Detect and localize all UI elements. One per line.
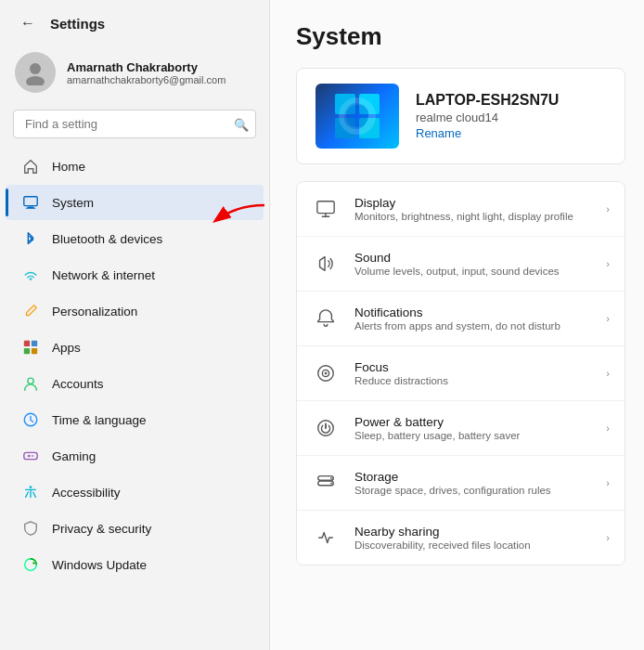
- sidebar-item-privacy[interactable]: Privacy & security: [6, 511, 264, 546]
- settings-item-storage[interactable]: StorageStorage space, drives, configurat…: [297, 456, 625, 511]
- settings-item-desc-storage: Storage space, drives, configuration rul…: [354, 485, 591, 496]
- sidebar-item-system[interactable]: System: [6, 185, 264, 220]
- profile-name: Amarnath Chakraborty: [67, 60, 225, 74]
- sidebar-item-bluetooth[interactable]: Bluetooth & devices: [6, 221, 264, 256]
- settings-item-title-display: Display: [354, 196, 591, 210]
- profile-info: Amarnath Chakraborty amarnathchakraborty…: [67, 60, 225, 85]
- device-name: LAPTOP-ESH2SN7U: [416, 92, 559, 109]
- sidebar-header: ← Settings: [0, 0, 269, 43]
- sidebar-item-windows_update[interactable]: Windows Update: [6, 547, 264, 582]
- sidebar-item-network[interactable]: Network & internet: [6, 257, 264, 292]
- profile-section: Amarnath Chakraborty amarnathchakraborty…: [0, 43, 269, 106]
- svg-rect-11: [24, 452, 37, 459]
- sidebar-item-apps[interactable]: Apps: [6, 330, 264, 365]
- device-model: realme cloud14: [416, 110, 559, 124]
- back-button[interactable]: ←: [15, 13, 41, 33]
- sidebar-item-label-personalization: Personalization: [52, 305, 137, 318]
- nearby-icon: [312, 524, 340, 552]
- sidebar-item-time[interactable]: Time & language: [6, 402, 264, 437]
- display-icon: [312, 195, 340, 223]
- sidebar-item-label-system: System: [52, 196, 94, 210]
- chevron-right-icon: ›: [606, 532, 610, 543]
- settings-item-desc-nearby: Discoverability, received files location: [354, 540, 591, 551]
- sidebar-item-home[interactable]: Home: [6, 149, 264, 184]
- svg-rect-4: [26, 208, 36, 209]
- settings-item-display[interactable]: DisplayMonitors, brightness, night light…: [297, 182, 625, 237]
- sidebar-item-accessibility[interactable]: Accessibility: [6, 474, 264, 510]
- settings-item-desc-focus: Reduce distractions: [354, 375, 591, 386]
- svg-point-0: [30, 63, 41, 74]
- network-icon: [20, 265, 41, 285]
- system-icon: [20, 192, 41, 213]
- focus-icon: [312, 359, 340, 387]
- device-card: LAPTOP-ESH2SN7U realme cloud14 Rename: [296, 68, 625, 164]
- settings-item-title-power: Power & battery: [354, 415, 591, 429]
- sidebar-item-label-apps: Apps: [52, 341, 81, 355]
- settings-item-desc-sound: Volume levels, output, input, sound devi…: [354, 266, 591, 277]
- privacy-icon: [20, 518, 41, 539]
- svg-rect-7: [24, 348, 30, 354]
- profile-email: amarnathchakraborty6@gmail.com: [67, 74, 225, 85]
- settings-item-title-focus: Focus: [354, 360, 591, 374]
- device-thumbnail: [316, 84, 399, 149]
- sidebar-item-personalization[interactable]: Personalization: [6, 293, 264, 329]
- settings-item-title-sound: Sound: [354, 251, 591, 265]
- settings-list: DisplayMonitors, brightness, night light…: [296, 181, 625, 566]
- sidebar-item-accounts[interactable]: Accounts: [6, 366, 264, 401]
- settings-item-text-storage: StorageStorage space, drives, configurat…: [354, 470, 591, 496]
- sidebar-item-label-accessibility: Accessibility: [52, 486, 121, 500]
- chevron-right-icon: ›: [606, 313, 610, 324]
- chevron-right-icon: ›: [606, 368, 610, 379]
- settings-item-text-notifications: NotificationsAlerts from apps and system…: [354, 306, 591, 332]
- settings-item-notifications[interactable]: NotificationsAlerts from apps and system…: [297, 292, 625, 346]
- sidebar-item-gaming[interactable]: Gaming: [6, 438, 264, 474]
- home-icon: [20, 156, 41, 176]
- settings-item-title-nearby: Nearby sharing: [354, 525, 591, 539]
- accounts-icon: [20, 373, 41, 394]
- chevron-right-icon: ›: [606, 422, 610, 434]
- settings-item-text-sound: SoundVolume levels, output, input, sound…: [354, 251, 591, 277]
- device-info: LAPTOP-ESH2SN7U realme cloud14 Rename: [416, 92, 559, 140]
- windows_update-icon: [20, 554, 41, 575]
- gaming-icon: [20, 446, 41, 466]
- search-box: 🔍: [13, 110, 256, 138]
- settings-item-focus[interactable]: FocusReduce distractions›: [297, 346, 625, 401]
- svg-point-28: [330, 477, 332, 479]
- svg-rect-8: [32, 348, 37, 354]
- svg-point-12: [30, 486, 32, 488]
- chevron-right-icon: ›: [606, 477, 610, 488]
- chevron-right-icon: ›: [606, 203, 610, 214]
- settings-item-text-power: Power & batterySleep, battery usage, bat…: [354, 415, 591, 441]
- sidebar-item-label-privacy: Privacy & security: [52, 522, 151, 536]
- search-input[interactable]: [13, 110, 256, 138]
- settings-item-sound[interactable]: SoundVolume levels, output, input, sound…: [297, 237, 625, 292]
- svg-point-1: [26, 76, 45, 85]
- sound-icon: [312, 250, 340, 278]
- svg-rect-19: [317, 202, 334, 214]
- settings-item-nearby[interactable]: Nearby sharingDiscoverability, received …: [297, 511, 625, 565]
- svg-rect-6: [32, 341, 37, 346]
- chevron-right-icon: ›: [606, 258, 610, 269]
- settings-item-title-storage: Storage: [354, 470, 591, 484]
- settings-item-desc-display: Monitors, brightness, night light, displ…: [354, 211, 591, 222]
- sidebar-item-label-windows_update: Windows Update: [52, 558, 147, 572]
- sidebar-title: Settings: [50, 16, 105, 32]
- sidebar-item-label-time: Time & language: [52, 413, 147, 427]
- settings-item-text-focus: FocusReduce distractions: [354, 360, 591, 386]
- svg-point-9: [28, 378, 33, 384]
- sidebar-item-label-gaming: Gaming: [52, 449, 96, 463]
- apps-icon: [20, 337, 41, 358]
- main-content: System LAPTOP-ESH2SN7U realme cloud14 Re…: [269, 0, 644, 650]
- svg-marker-20: [320, 257, 326, 271]
- time-icon: [20, 410, 41, 430]
- sidebar: ← Settings Amarnath Chakraborty amarnath…: [0, 0, 269, 650]
- accessibility-icon: [20, 482, 41, 502]
- sidebar-item-label-accounts: Accounts: [52, 377, 104, 391]
- bluetooth-icon: [20, 228, 41, 249]
- settings-item-desc-power: Sleep, battery usage, battery saver: [354, 430, 591, 441]
- settings-item-power[interactable]: Power & batterySleep, battery usage, bat…: [297, 401, 625, 456]
- avatar: [15, 52, 56, 93]
- rename-link[interactable]: Rename: [416, 126, 559, 140]
- page-title: System: [296, 22, 625, 51]
- sidebar-item-label-network: Network & internet: [52, 268, 155, 282]
